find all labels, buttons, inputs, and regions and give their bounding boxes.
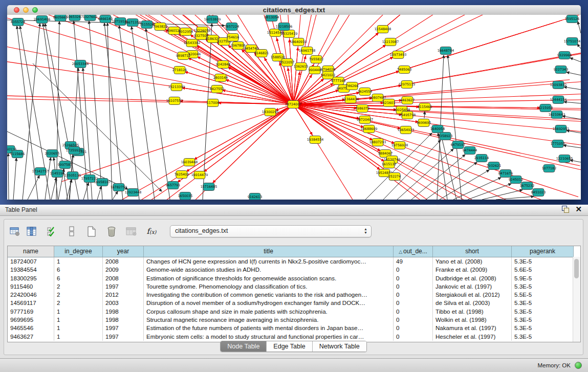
graph-node-label: 10973493 xyxy=(390,53,407,57)
memory-status-indicator[interactable] xyxy=(575,362,582,369)
cell-short: Franke et al. (2009) xyxy=(433,266,512,274)
graph-node-label: 8215958 xyxy=(538,106,553,110)
cell-name: 9463627 xyxy=(8,333,54,341)
table-row[interactable]: 1456911722003Disruption of a novel membe… xyxy=(8,299,580,307)
cell-out_de: 0 xyxy=(394,291,433,299)
graph-node-label: 9115460 xyxy=(418,105,432,109)
graph-node-label: 9699695 xyxy=(417,121,431,125)
new-table-icon[interactable] xyxy=(85,224,98,238)
column-header-year[interactable]: year xyxy=(103,246,144,257)
cell-out_de: 0 xyxy=(394,266,433,274)
graph-node-label: 19756928 xyxy=(391,143,408,147)
table-row[interactable]: 946554611997Estimation of the future num… xyxy=(8,324,580,332)
delete-table-icon[interactable] xyxy=(105,224,118,238)
cell-pagerank: 5.3E-5 xyxy=(512,324,574,332)
table-row[interactable]: 977716911998Corpus callosum shape and si… xyxy=(8,308,580,316)
cell-out_de: 0 xyxy=(394,333,433,341)
graph-node-label: 1145194 xyxy=(50,171,64,176)
graph-node-label: 746266 xyxy=(346,84,358,88)
cell-short: Yano et al. (2008) xyxy=(433,257,512,266)
float-panel-icon[interactable] xyxy=(562,206,569,213)
network-view-canvas[interactable]: 1872400779638228960128891295413226058932… xyxy=(7,15,581,200)
graph-node-label: 2967808 xyxy=(231,43,245,48)
column-header-name[interactable]: name xyxy=(8,246,54,257)
cell-out_de: 0 xyxy=(394,308,433,316)
graph-node-label: 16961758 xyxy=(299,49,316,53)
graph-node-label: 18720407 xyxy=(357,118,374,122)
table-vertical-scrollbar[interactable] xyxy=(573,257,580,342)
table-row[interactable]: 911546021997Tourette syndrome. Phenomeno… xyxy=(8,282,580,291)
column-header-out_de[interactable]: △out_de... xyxy=(394,246,433,257)
table-row[interactable]: 946362711997Embryonic stem cells: a mode… xyxy=(8,333,580,341)
cell-title: Tourette syndrome. Phenomenology and cla… xyxy=(144,282,394,291)
table-panel-body: f(x) citations_edges.txt ▲▼ namein_degre… xyxy=(4,219,583,355)
tab-edge-table[interactable]: Edge Table xyxy=(267,341,312,352)
tab-node-table[interactable]: Node Table xyxy=(221,341,267,352)
tab-network-table[interactable]: Network Table xyxy=(313,341,366,352)
show-column-icon[interactable] xyxy=(25,224,38,238)
column-header-title[interactable]: title xyxy=(144,246,394,257)
cell-in_degree: 1 xyxy=(54,324,103,332)
table-row[interactable]: 969969511998Structural magnetic resonanc… xyxy=(8,316,580,324)
function-builder-icon[interactable]: f(x) xyxy=(145,224,158,238)
graph-node-label: 8451023 xyxy=(531,190,546,194)
merge-rows-icon[interactable] xyxy=(65,224,78,238)
cell-short: Hescheler et al. (1997) xyxy=(433,333,512,341)
table-row[interactable]: 2242004622012Investigating the contribut… xyxy=(8,291,580,299)
graph-node-label: 1595126 xyxy=(565,17,579,21)
cell-title: Structural magnetic resonance image aver… xyxy=(144,316,394,324)
table-select-dropdown[interactable]: citations_edges.txt ▲▼ xyxy=(170,225,372,237)
cell-year: 1997 xyxy=(103,324,144,332)
cell-title: Disruption of a novel member of a sodium… xyxy=(144,299,394,307)
column-header-in_degree[interactable]: in_degree xyxy=(54,246,103,257)
cell-name: 18724007 xyxy=(8,257,54,266)
select-rows-icon[interactable] xyxy=(45,224,58,238)
cell-short: Tibbo et al. (1998) xyxy=(433,308,512,316)
table-panel-title: Table Panel xyxy=(5,206,37,213)
graph-node-label: 9474444 xyxy=(463,148,477,152)
table-settings-icon[interactable] xyxy=(8,224,21,238)
graph-node-label: 21364436 xyxy=(342,97,359,101)
graph-node-label: 1077182 xyxy=(542,166,556,170)
graph-node-label: 12093832 xyxy=(550,83,567,87)
graph-node-label: 1327602 xyxy=(83,15,97,19)
graph-node-label: 7963822 xyxy=(153,25,167,29)
close-panel-icon[interactable]: ✕ xyxy=(575,206,582,213)
column-header-short[interactable]: short xyxy=(433,246,512,257)
cell-pagerank: 5.3E-5 xyxy=(512,299,574,307)
graph-node-label: 16958107 xyxy=(94,180,111,184)
table-row[interactable]: 1830029562008Estimation of significance … xyxy=(8,274,580,282)
cell-pagerank: 5.3E-5 xyxy=(512,282,574,291)
table-row[interactable]: 1938455462009Genome-wide association stu… xyxy=(8,266,580,274)
graph-node-label: 12923448 xyxy=(125,190,142,194)
cell-out_de: 0 xyxy=(394,316,433,324)
cell-pagerank: 5.6E-5 xyxy=(512,266,574,274)
graph-node-label: 16782759 xyxy=(111,185,127,189)
cell-in_degree: 1 xyxy=(54,257,103,266)
graph-node-label: 3146821 xyxy=(254,51,269,55)
graph-node-label: 17359929 xyxy=(66,148,83,152)
scrollbar-thumb[interactable] xyxy=(574,259,579,278)
graph-node-label: 18640910 xyxy=(290,40,307,44)
graph-node-label: 16648784 xyxy=(438,49,454,53)
cell-title: Estimation of significance thresholds fo… xyxy=(144,274,394,282)
cell-in_degree: 2 xyxy=(54,282,103,291)
window-titlebar[interactable]: citations_edges.txt xyxy=(7,5,581,15)
graph-node-label: 18807293 xyxy=(369,140,386,144)
graph-node-label: 15692951 xyxy=(553,127,570,131)
graph-node-label: 6466140 xyxy=(98,17,113,21)
graph-node-label: 20691406 xyxy=(34,17,51,21)
graph-node-label: 17342757 xyxy=(32,169,49,173)
graph-node-label: 19384554 xyxy=(307,138,324,142)
graph-node-label: 2935114 xyxy=(474,156,489,160)
table-row[interactable]: 1872400712008Changes of HCN gene express… xyxy=(8,257,580,266)
graph-node-label: 2803144 xyxy=(213,76,228,80)
graph-node-label: 7986372 xyxy=(355,106,369,111)
graph-node-label: 8605661 xyxy=(53,15,68,19)
graph-node-label: 15495798 xyxy=(399,113,416,117)
cell-short: Dudbridge et al. (2008) xyxy=(433,274,512,282)
cell-short: Jankovic et al. (1997) xyxy=(433,282,512,291)
cell-out_de: 0 xyxy=(394,299,433,307)
column-header-pagerank[interactable]: pagerank xyxy=(512,246,574,257)
graph-node-label: 9329966 xyxy=(557,53,572,57)
